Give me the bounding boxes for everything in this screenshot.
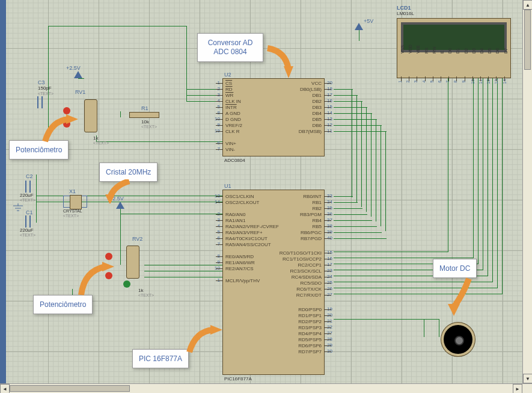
- scrollbar-horizontal[interactable]: ◄ ►: [0, 383, 532, 393]
- potentiometer-rv2[interactable]: [126, 246, 139, 279]
- x1-val: CRYSTAL: [63, 209, 82, 213]
- pin-tick: [216, 119, 223, 120]
- pin-label: DB6: [312, 123, 322, 128]
- c3-txt: <TEXT>: [38, 91, 54, 96]
- lcd-pin-label: D3: [472, 48, 476, 54]
- pin-tick: [324, 196, 331, 197]
- lcd-component[interactable]: VSS1VDD2VEE3RS4RW5E6D07D18D29D310D411D51…: [397, 18, 511, 78]
- pin-tick: [324, 89, 331, 90]
- pot-led-red[interactable]: [63, 107, 70, 114]
- capacitor-icon[interactable]: [23, 215, 41, 227]
- scroll-thumb[interactable]: [10, 385, 130, 392]
- pin-label: VIN-: [225, 147, 235, 152]
- wire: [48, 26, 186, 26]
- pin-tick: [324, 283, 331, 283]
- motor-dc[interactable]: [444, 325, 472, 354]
- ground-icon: [12, 203, 24, 212]
- pin-tick: [480, 76, 481, 81]
- pin-tick: [324, 131, 331, 132]
- wire: [334, 232, 382, 233]
- r1-ref: R1: [141, 105, 148, 111]
- lcd-pin-number: 3: [414, 81, 418, 83]
- callout-motor: Motor DC: [433, 259, 477, 278]
- pin-tick: [216, 220, 223, 221]
- lcd-pin-number: 6: [438, 81, 442, 83]
- pin-tick: [216, 131, 223, 132]
- lcd-pin-label: D6: [495, 48, 500, 54]
- c1-val: 220uF: [20, 227, 34, 233]
- wire: [334, 202, 358, 203]
- wire: [371, 113, 371, 217]
- pin-label: A GND: [225, 111, 240, 116]
- pot-led-green[interactable]: [123, 280, 130, 288]
- pin-label: RC4/SDI/SDA: [292, 274, 322, 280]
- svg-marker-18: [102, 262, 114, 271]
- capacitor-icon[interactable]: [35, 96, 53, 108]
- wire: [334, 101, 362, 102]
- pin-tick: [216, 244, 223, 245]
- lcd-pin-number: 5: [430, 81, 434, 83]
- wire: [334, 125, 382, 126]
- arrow-icon: [264, 45, 295, 78]
- pin-tick: [216, 202, 223, 203]
- lcd-pin-label: D2: [464, 48, 468, 54]
- pin-label: RC1/T1OSI/CCP2: [283, 256, 322, 262]
- pin-label: VREF/2: [225, 123, 242, 128]
- svg-marker-22: [448, 304, 460, 316]
- pin-tick: [216, 113, 223, 114]
- u2-ref: U2: [224, 72, 231, 78]
- wire: [144, 271, 222, 271]
- wire: [334, 89, 353, 90]
- pin-tick: [441, 76, 441, 81]
- chip-u2[interactable]: U2 ADC0804 CS1RD2WR3CLK IN4INTR5A GND8D …: [222, 78, 325, 156]
- wire: [334, 294, 502, 294]
- wire: [334, 220, 372, 221]
- power-arrow-icon: [74, 71, 82, 79]
- pin-tick: [324, 259, 331, 259]
- pin-label: RC0/T1OSO/T1CKI: [280, 250, 322, 256]
- x1-ref: X1: [69, 188, 76, 194]
- pin-tick: [324, 95, 331, 96]
- pin-tick: [488, 76, 489, 81]
- pin-tick: [472, 76, 473, 81]
- lcd-pin-label: E: [440, 51, 444, 54]
- chip-u1[interactable]: U1 PIC16F877A OSC1/CLKIN13OSC2/CLKOUT14R…: [222, 190, 325, 375]
- wire: [502, 78, 503, 294]
- pin-tick: [324, 113, 331, 114]
- u1-ref: U1: [224, 183, 231, 189]
- pin-tick: [216, 107, 223, 108]
- pin-tick: [324, 107, 331, 108]
- scroll-left-button[interactable]: ◄: [0, 384, 10, 393]
- arrow-icon: [78, 262, 114, 298]
- pin-label: DB7(MSB): [299, 129, 322, 134]
- pin-label: DB5: [312, 117, 322, 122]
- pin-tick: [324, 333, 331, 334]
- pin-label: RD0/PSP0: [298, 307, 322, 312]
- scroll-up-button[interactable]: ▲: [523, 0, 532, 10]
- pin-label: RD: [225, 87, 233, 92]
- pin-label: D GND: [225, 117, 241, 122]
- wire: [120, 214, 222, 214]
- wire: [120, 111, 121, 117]
- pin-label: OSC2/CLKOUT: [225, 200, 259, 205]
- scrollbar-vertical[interactable]: ▲ ▼: [522, 0, 532, 383]
- rv1-val: 1k: [93, 135, 98, 141]
- pin-label: INTR: [225, 105, 237, 110]
- wire: [448, 78, 448, 252]
- pot-led-red[interactable]: [105, 253, 112, 260]
- wire: [186, 26, 187, 101]
- wire: [352, 89, 352, 197]
- pin-tick: [216, 83, 223, 84]
- scroll-thumb[interactable]: [524, 10, 531, 70]
- scroll-right-button[interactable]: ►: [513, 384, 522, 393]
- pin-tick: [425, 76, 426, 81]
- pin-tick: [216, 262, 223, 263]
- scroll-down-button[interactable]: ▼: [523, 374, 532, 383]
- pin-label: DB1: [312, 93, 322, 98]
- potentiometer-rv1[interactable]: [84, 99, 97, 132]
- crystal-x1[interactable]: [63, 196, 87, 208]
- capacitor-icon[interactable]: [23, 181, 41, 193]
- pin-label: OSC1/CLKIN: [225, 194, 254, 199]
- wire: [473, 78, 474, 258]
- resistor-r1[interactable]: [129, 112, 159, 118]
